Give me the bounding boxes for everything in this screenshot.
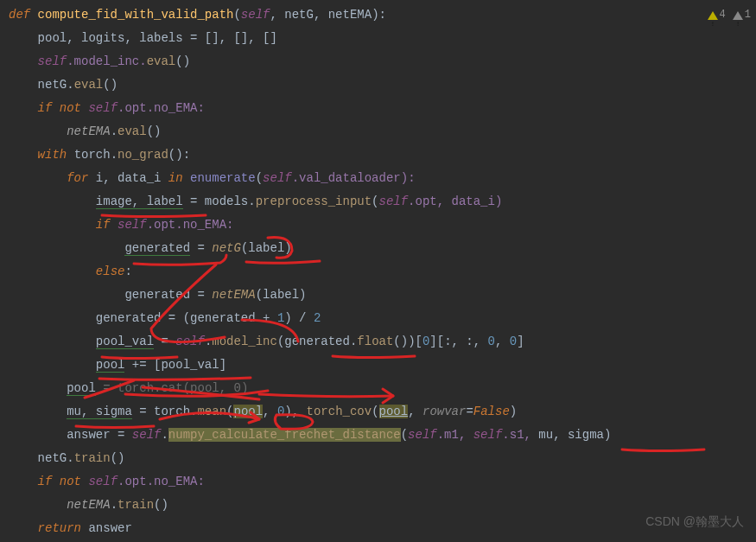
inspection-warnings[interactable]: 4 1 [708, 3, 751, 27]
code-line: if not self.opt.no_EMA: [9, 97, 756, 120]
code-line: netG.train() [9, 447, 756, 470]
watermark: CSDN @翰墨大人 [645, 510, 744, 533]
code-line: generated = netG(label) [9, 237, 756, 260]
code-line: self.model_inc.eval() [9, 50, 756, 73]
code-line: else: [9, 260, 756, 284]
warning-yellow-icon[interactable]: 4 [708, 3, 726, 27]
code-line: netG.eval() [9, 73, 756, 97]
code-line: image, label = models.preprocess_input(s… [9, 190, 756, 214]
code-line: return answer [9, 517, 756, 540]
code-line: for i, data_i in enumerate(self.val_data… [9, 167, 756, 190]
code-line: def compute_fid_with_valid_path(self, ne… [9, 3, 756, 27]
code-line: mu, sigma = torch.mean(pool, 0), torch_c… [9, 400, 756, 424]
code-line: pool += [pool_val] [9, 354, 756, 377]
code-line: pool_val = self.model_inc(generated.floa… [9, 330, 756, 354]
code-line: pool, logits, labels = [], [], [] [9, 27, 756, 50]
code-line: answer = self.numpy_calculate_frechet_di… [9, 424, 756, 447]
code-line: if not self.opt.no_EMA: [9, 470, 756, 494]
code-line: with torch.no_grad(): [9, 143, 756, 167]
code-line: generated = (generated + 1) / 2 [9, 307, 756, 330]
code-editor[interactable]: def compute_fid_with_valid_path(self, ne… [0, 0, 756, 540]
code-line: if self.opt.no_EMA: [9, 214, 756, 237]
warning-grey-icon[interactable]: 1 [733, 3, 751, 27]
code-line: netEMA.train() [9, 494, 756, 517]
code-line: generated = netEMA(label) [9, 284, 756, 307]
code-line: pool = torch.cat(pool, 0) [9, 377, 756, 400]
code-line: netEMA.eval() [9, 120, 756, 143]
